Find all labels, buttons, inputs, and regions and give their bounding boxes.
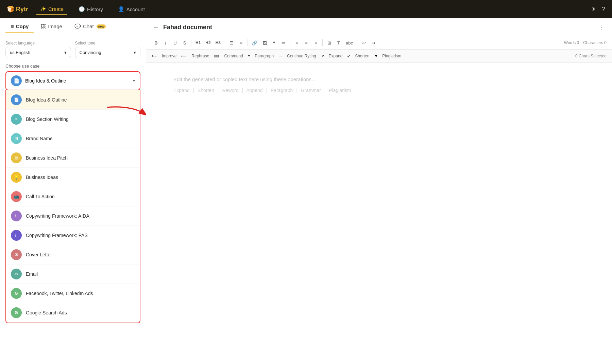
list-item-aida-label: Copywriting Framework: AIDA: [26, 213, 89, 219]
blog-idea-icon: 📄: [11, 94, 22, 105]
list-item-business-pitch-label: Business Idea Pitch: [26, 155, 68, 161]
list-item-social-ads-label: Facebook, Twitter, LinkedIn Ads: [26, 291, 93, 296]
shorten-icon: ↙: [347, 54, 350, 58]
use-case-dropdown[interactable]: 📄 Blog Idea & Outline ▾: [5, 71, 140, 90]
language-select-group: Select language us English ▾: [5, 41, 71, 58]
nav-right-controls: ☀ ?: [591, 5, 605, 13]
top-navigation: 🍞 Rytr ✨ Create 🕐 History 👤 Account ☀ ?: [0, 0, 612, 18]
document-title: Fahad document: [163, 24, 594, 31]
new-badge: new: [97, 24, 106, 29]
strikethrough-button[interactable]: S: [180, 38, 189, 47]
quote-button[interactable]: ❝: [270, 38, 278, 47]
main-layout: ≡ Copy 🖼 Image 💬 Chat new Select languag…: [0, 18, 612, 364]
brand-name-icon: ⊡: [11, 133, 22, 144]
nav-history[interactable]: 🕐 History: [75, 4, 106, 14]
list-item-pas-label: Copywriting Framework: PAS: [26, 233, 88, 238]
editor-content[interactable]: Edit the generated or copied text here u…: [146, 63, 612, 364]
align-right-button[interactable]: ≡: [311, 38, 320, 47]
email-icon: ✉: [11, 269, 22, 279]
clear-format-button[interactable]: T: [334, 38, 343, 47]
list-item-blog-idea-label: Blog Idea & Outline: [26, 97, 67, 103]
tone-select-group: Select tone Convincing ▾: [75, 41, 141, 58]
link-button[interactable]: 🔗: [250, 38, 259, 47]
continue-icon: →: [278, 54, 282, 58]
cover-letter-icon: ✉: [11, 249, 22, 260]
rephrase-button[interactable]: Rephrase: [188, 52, 213, 60]
back-button[interactable]: ←: [153, 24, 159, 31]
highlight-button[interactable]: ✏: [279, 38, 288, 47]
list-item-aida[interactable]: ⁞⁞ Copywriting Framework: AIDA: [6, 206, 140, 226]
nav-create-label: Create: [48, 6, 64, 12]
sun-icon[interactable]: ☀: [591, 5, 596, 13]
italic-button[interactable]: I: [161, 38, 170, 47]
shorten-button[interactable]: Shorten: [352, 52, 373, 60]
ordered-list-button[interactable]: ≡: [237, 38, 245, 47]
nav-create[interactable]: ✨ Create: [36, 4, 67, 15]
image-button[interactable]: 🖼: [260, 38, 269, 47]
expand-icon: ↗: [321, 54, 324, 58]
bullet-list-button[interactable]: ☰: [227, 38, 236, 47]
paragraph-button[interactable]: Paragraph: [251, 52, 277, 60]
list-item-email[interactable]: ✉ Email: [6, 265, 140, 284]
list-item-business-pitch[interactable]: ▤ Business Idea Pitch: [6, 148, 140, 168]
h3-button[interactable]: H3: [214, 38, 223, 47]
improve-button[interactable]: Improve: [158, 52, 180, 60]
list-item-google-ads[interactable]: G Google Search Ads: [6, 303, 140, 323]
logo: 🍞 Rytr: [7, 5, 28, 13]
redo-button[interactable]: ↪: [369, 38, 378, 47]
undo-button[interactable]: ↩: [359, 38, 368, 47]
hint-plagiarism: Plagiarism: [329, 88, 351, 93]
words-count: Words 0: [564, 40, 579, 45]
language-select[interactable]: us English ▾: [5, 47, 71, 58]
pas-icon: ⁞⁞: [11, 230, 22, 241]
expand-button[interactable]: Expand: [325, 52, 346, 60]
business-pitch-icon: ▤: [11, 152, 22, 163]
history-icon: 🕐: [79, 6, 85, 12]
command-button[interactable]: Command: [221, 52, 246, 60]
list-item-social-ads[interactable]: G Facebook, Twitter, LinkedIn Ads: [6, 284, 140, 303]
toolbar-separator-3: [248, 39, 248, 46]
h2-button[interactable]: H2: [203, 38, 213, 47]
list-item-brand-name-label: Brand Name: [26, 136, 53, 141]
continue-button[interactable]: Continue Ryting: [284, 52, 319, 60]
nav-account[interactable]: 👤 Account: [115, 4, 148, 14]
tab-image[interactable]: 🖼 Image: [35, 21, 68, 33]
selected-use-case-label: Blog Idea & Outline: [25, 78, 130, 84]
tone-select[interactable]: Convincing ▾: [75, 47, 141, 58]
editor-menu-button[interactable]: ⋮: [598, 23, 605, 31]
align-left-button[interactable]: ≡: [292, 38, 301, 47]
toolbar-separator-1: [191, 39, 191, 46]
align-center-button[interactable]: ≡: [302, 38, 311, 47]
sub-navigation: ≡ Copy 🖼 Image 💬 Chat new: [0, 18, 146, 35]
formatting-toolbar: B I U S H1 H2 H3 ☰ ≡ 🔗 🖼 ❝ ✏ ≡ ≡ ≡ ⊞ T a…: [146, 36, 612, 50]
business-ideas-icon: 💡: [11, 172, 22, 183]
spellcheck-button[interactable]: abc: [344, 38, 355, 47]
plagiarism-button[interactable]: Plagiarism: [379, 52, 405, 60]
editor-hints: Expand | Shorten | Reword | Append | Par…: [173, 88, 585, 93]
list-item-blog-section[interactable]: ≡ Blog Section Writing: [6, 110, 140, 129]
bold-button[interactable]: B: [152, 38, 160, 47]
list-item-blog-section-label: Blog Section Writing: [26, 116, 69, 122]
underline-button[interactable]: U: [171, 38, 180, 47]
tone-value: Convincing: [80, 50, 101, 55]
image-icon: 🖼: [41, 23, 46, 29]
toolbar-stats: Words 0 Characters 0: [564, 40, 607, 45]
h1-button[interactable]: H1: [193, 38, 203, 47]
list-item-cta[interactable]: 📺 Call To Action: [6, 187, 140, 206]
tab-chat[interactable]: 💬 Chat new: [69, 21, 111, 33]
hint-append: Append: [246, 88, 262, 93]
social-ads-icon: G: [11, 288, 22, 299]
tone-label: Select tone: [75, 41, 141, 46]
list-item-blog-idea[interactable]: 📄 Blog Idea & Outline: [6, 90, 140, 110]
paragraph-icon: ≡: [248, 54, 250, 58]
list-item-business-ideas[interactable]: 💡 Business Ideas: [6, 168, 140, 187]
tab-copy[interactable]: ≡ Copy: [5, 21, 34, 33]
sidebar: ≡ Copy 🖼 Image 💬 Chat new Select languag…: [0, 18, 146, 364]
list-item-brand-name[interactable]: ⊡ Brand Name: [6, 129, 140, 148]
hint-reword: Reword: [222, 88, 238, 93]
list-item-pas[interactable]: ⁞⁞ Copywriting Framework: PAS: [6, 226, 140, 245]
table-button[interactable]: ⊞: [325, 38, 334, 47]
list-item-cover-letter[interactable]: ✉ Cover Letter: [6, 245, 140, 265]
help-icon[interactable]: ?: [602, 6, 605, 13]
aida-icon: ⁞⁞: [11, 211, 22, 221]
